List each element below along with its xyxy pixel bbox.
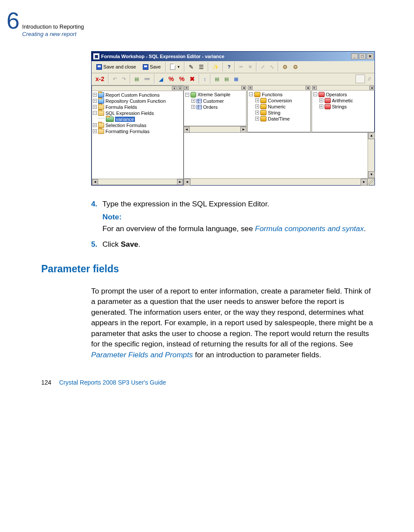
expand-toggle[interactable]: − [249, 92, 253, 96]
operators-pane[interactable]: ✕ ◄ −Operators +Arithmetic +Strings [312, 85, 375, 132]
pane-close-button[interactable]: ✕ [248, 86, 253, 90]
functions-folder-icon [254, 92, 260, 97]
pane-item-label[interactable]: Numeric [268, 104, 286, 109]
pane-root-label[interactable]: Operators [326, 92, 347, 97]
tree-hscroll[interactable]: ◄ ► [92, 179, 183, 185]
scroll-down-button[interactable]: ▼ [368, 171, 375, 178]
expand-toggle[interactable]: + [93, 123, 97, 127]
tree-item-label[interactable]: SQL Expression Fields [105, 111, 154, 116]
use-expert-button[interactable]: ▦ [232, 74, 240, 84]
cut-button: ✂ [237, 62, 245, 72]
editor-vscroll[interactable]: ▲ ▼ [368, 132, 375, 178]
help-button[interactable]: ? [225, 62, 233, 72]
gear-icon: ⚙ [283, 64, 288, 70]
pane-item-label[interactable]: Strings [332, 104, 347, 109]
pane-root-label[interactable]: Xtreme Sample [197, 92, 230, 97]
find-button[interactable]: 👓 [142, 74, 152, 84]
formula-workshop-window: ▦ Formula Workshop - SQL Expression Edit… [91, 51, 375, 186]
tree-item-label[interactable]: Formula Fields [105, 104, 137, 110]
pane-close-button[interactable]: ✕ [312, 86, 317, 90]
scroll-right-button[interactable]: ► [240, 127, 246, 132]
close-button[interactable]: ✕ [367, 53, 374, 59]
expand-toggle[interactable]: + [93, 93, 97, 97]
rename-button[interactable]: ✎ [187, 62, 196, 72]
uncomment-button[interactable]: ▤ [222, 74, 231, 84]
pane-hscroll[interactable]: ◄► [184, 126, 246, 132]
wand-button: ✨ [210, 62, 221, 72]
expression-editor[interactable]: ▲ ▼ [184, 132, 375, 178]
expand-toggle[interactable]: + [319, 98, 323, 102]
formula-components-link[interactable]: Formula components and syntax [255, 224, 364, 233]
scroll-left-button[interactable]: ◄ [184, 127, 190, 132]
expand-toggle[interactable]: + [255, 117, 259, 121]
resize-grip[interactable] [368, 179, 375, 186]
sort-button[interactable]: ↕ [201, 74, 208, 84]
scroll-left-button[interactable]: ◄ [184, 179, 191, 186]
editor-hscroll[interactable]: ◄ ► [184, 178, 375, 185]
pane-item-label[interactable]: Customer [203, 98, 224, 104]
browse-button[interactable]: ▤ [132, 74, 141, 84]
pane-close-button[interactable]: ✕ [184, 86, 189, 90]
browse-icon: ▤ [135, 76, 139, 82]
pane-item-label[interactable]: Orders [203, 104, 218, 110]
expand-toggle[interactable]: + [255, 111, 259, 114]
titlebar: ▦ Formula Workshop - SQL Expression Edit… [92, 52, 375, 61]
page-number: 124 [41, 379, 51, 386]
scroll-left-button[interactable]: ◄ [92, 179, 98, 185]
pane-scroll-left[interactable]: ◄ [241, 86, 246, 90]
bookmark-next-button[interactable]: % [166, 74, 176, 84]
workshop-tree[interactable]: ▾ ✕ +Report Custom Functions +Repository… [92, 85, 184, 185]
redo-button: ↷ [120, 74, 128, 84]
check-button[interactable]: x-2 [93, 74, 106, 84]
minimize-button[interactable]: _ [351, 53, 358, 59]
folder-icon [98, 104, 104, 110]
scroll-right-button[interactable]: ► [177, 179, 183, 185]
expand-toggle[interactable]: − [93, 111, 97, 115]
expand-toggle[interactable]: + [255, 104, 259, 108]
pane-scroll-left[interactable]: ◄ [306, 86, 310, 90]
tree-item-label[interactable]: Selection Formulas [105, 123, 146, 128]
main-toolbar: Save and close Save ▼ ✎ ☰ ✨ ? ✂ ✕ ⤢ [92, 61, 375, 73]
expand-toggle[interactable]: − [185, 93, 189, 97]
tree-item-label[interactable]: Formatting Formulas [105, 129, 149, 134]
tree-close-button[interactable]: ✕ [177, 86, 182, 90]
tree-item-label[interactable]: Report Custom Functions [105, 92, 160, 98]
pane-scroll-left[interactable]: ◄ [369, 86, 374, 90]
expand-toggle[interactable]: + [93, 99, 97, 103]
functions-pane[interactable]: ✕ ◄ −Functions +Conversion +Numeric +Str… [247, 85, 311, 132]
pane-item-label[interactable]: Conversion [268, 98, 292, 103]
parameter-fields-link[interactable]: Parameter Fields and Prompts [91, 350, 193, 359]
scroll-up-button[interactable]: ▲ [368, 132, 375, 139]
expand-toggle[interactable]: + [319, 104, 323, 108]
pane-item-label[interactable]: Arithmetic [332, 98, 353, 103]
tree-connector [99, 118, 105, 118]
bookmark-prev-button[interactable]: % [177, 74, 187, 84]
properties-button[interactable]: ☰ [197, 62, 206, 72]
maximize-button[interactable]: □ [359, 53, 366, 59]
tree-collapse-button[interactable]: ▾ [172, 86, 177, 90]
options-1-button[interactable]: ⚙ [280, 62, 290, 72]
expand-toggle[interactable]: + [93, 129, 97, 133]
tree-item-label-selected[interactable]: variance [115, 117, 135, 122]
scroll-right-button[interactable]: ► [361, 179, 368, 186]
comment-button[interactable]: ▤ [213, 74, 221, 84]
save-and-close-button[interactable]: Save and close [93, 62, 139, 72]
options-2-button[interactable]: ⚙ [291, 62, 300, 72]
pane-item-label[interactable]: Date/Time [268, 116, 289, 121]
bookmark-clear-button[interactable]: ✖ [187, 74, 197, 84]
bookmark-button[interactable]: ◢ [157, 74, 165, 84]
step-5-number: 5. [91, 239, 102, 250]
pane-root-label[interactable]: Functions [262, 92, 283, 97]
expand-toggle[interactable]: + [93, 105, 97, 109]
fields-pane[interactable]: ✕ ◄ −Xtreme Sample +Customer +Orders ◄► [184, 85, 247, 132]
save-button[interactable]: Save [140, 62, 164, 72]
pane-item-label[interactable]: String [268, 110, 280, 115]
expand-toggle[interactable]: + [191, 99, 195, 103]
help-icon: ? [227, 64, 230, 69]
expand-toggle[interactable]: + [255, 98, 259, 102]
expand-toggle[interactable]: + [191, 105, 195, 109]
expand-toggle[interactable]: − [313, 92, 317, 96]
tree-item-label[interactable]: Repository Custom Function [105, 98, 166, 104]
sort-icon: ↕ [204, 76, 206, 82]
new-button[interactable]: ▼ [168, 62, 182, 72]
